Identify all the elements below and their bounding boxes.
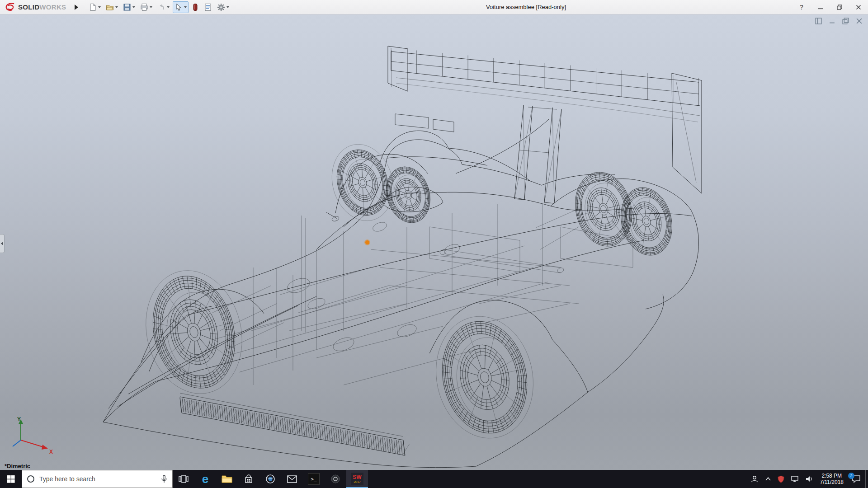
file-explorer-button[interactable] [216, 470, 238, 488]
dropdown-caret[interactable] [150, 6, 152, 8]
orientation-triad: Y X [6, 416, 56, 457]
show-desktop-button[interactable] [865, 470, 868, 488]
dropdown-caret[interactable] [184, 6, 187, 8]
action-center-button[interactable]: 2 [847, 470, 865, 488]
print-button[interactable] [138, 1, 154, 13]
save-icon [123, 3, 131, 11]
selection-point-marker[interactable] [365, 240, 369, 244]
speaker-icon [805, 475, 813, 483]
task-view-button[interactable] [173, 470, 194, 488]
x-axis-arrow [42, 445, 48, 450]
dropdown-caret[interactable] [98, 6, 101, 8]
clock-time: 2:58 PM [820, 473, 844, 479]
network-icon [791, 475, 799, 483]
minimize-button[interactable] [816, 3, 825, 11]
doc-minimize-icon[interactable] [829, 18, 835, 24]
system-tray: 2:58 PM 7/11/2018 2 [747, 470, 868, 488]
store-bag-icon [244, 474, 253, 483]
title-bar: SOLIDWORKS [0, 0, 868, 14]
cortana-circle-icon [27, 475, 35, 483]
browser-app-button[interactable] [259, 470, 281, 488]
microphone-icon[interactable] [160, 475, 168, 483]
open-folder-icon [106, 3, 114, 11]
start-button[interactable] [0, 470, 22, 488]
close-button[interactable] [854, 3, 863, 11]
taskbar-clock[interactable]: 2:58 PM 7/11/2018 [816, 473, 848, 485]
network-tray-button[interactable] [788, 470, 802, 488]
settings-app-button[interactable] [325, 470, 346, 488]
defender-shield-icon [778, 475, 784, 483]
windows-taskbar: e [0, 470, 868, 488]
doc-close-icon[interactable] [856, 18, 863, 24]
wireframe-car-model[interactable] [0, 14, 868, 470]
toolbar-flyout-button[interactable] [72, 2, 80, 12]
defender-tray-button[interactable] [774, 470, 788, 488]
terminal-icon: >_ [308, 473, 320, 485]
dropdown-caret[interactable] [167, 6, 170, 8]
windows-logo-icon [7, 475, 15, 483]
dark-app-icon [330, 474, 340, 484]
volume-tray-button[interactable] [802, 470, 816, 488]
window-controls: ? [797, 0, 863, 14]
taskbar-search-box[interactable] [22, 470, 173, 488]
file-explorer-icon [222, 474, 232, 483]
sheet-options-button[interactable] [202, 1, 214, 13]
dropdown-caret[interactable] [226, 6, 229, 8]
solidworks-2017-icon: SW 2017 [351, 473, 363, 485]
undo-button[interactable] [156, 1, 171, 13]
window-title: Voiture assemblee [Read-only] [486, 4, 566, 10]
graphics-area[interactable]: Y X *Dimetric [0, 14, 868, 470]
doc-restore-icon[interactable] [842, 18, 849, 24]
flyout-arrow-icon [75, 5, 78, 10]
print-icon [140, 3, 148, 11]
z-axis-arrow [13, 440, 21, 446]
people-button[interactable] [747, 470, 762, 488]
help-button[interactable]: ? [797, 3, 806, 11]
new-document-button[interactable] [87, 1, 103, 13]
document-window-controls [815, 18, 863, 24]
close-icon [856, 5, 861, 10]
clock-date: 7/11/2018 [820, 479, 844, 485]
sheet-icon [204, 3, 212, 11]
edge-app-button[interactable]: e [194, 470, 216, 488]
new-document-icon [89, 3, 97, 11]
select-cursor-icon [175, 3, 183, 11]
search-input[interactable] [39, 475, 156, 483]
appearance-icon [192, 3, 199, 11]
collapse-arrow-icon [1, 242, 3, 245]
task-view-icon [179, 474, 189, 483]
x-axis-label: X [49, 449, 53, 455]
chevron-up-icon [765, 477, 771, 481]
mail-app-button[interactable] [281, 470, 303, 488]
terminal-app-button[interactable]: >_ [303, 470, 325, 488]
minimize-icon [818, 5, 823, 10]
options-button[interactable] [215, 1, 231, 13]
brand-text: SOLIDWORKS [18, 3, 66, 11]
browser-circle-icon [265, 474, 275, 484]
solidworks-logo-icon [5, 2, 15, 12]
appearance-button[interactable] [190, 1, 201, 13]
restore-button[interactable] [835, 3, 844, 11]
y-axis-label: Y [17, 416, 21, 422]
store-app-button[interactable] [238, 470, 259, 488]
mail-envelope-icon [287, 475, 297, 483]
people-icon [750, 475, 759, 483]
tray-overflow-button[interactable] [762, 470, 774, 488]
dropdown-caret[interactable] [132, 6, 135, 8]
solidworks-app-button[interactable]: SW 2017 [346, 470, 368, 488]
edge-icon: e [202, 473, 208, 485]
select-tool-button[interactable] [173, 1, 189, 13]
solidworks-logo: SOLIDWORKS [0, 2, 70, 12]
save-button[interactable] [121, 1, 137, 13]
dropdown-caret[interactable] [115, 6, 118, 8]
open-button[interactable] [104, 1, 120, 13]
main-toolbar [87, 1, 231, 13]
solidworks-window: SOLIDWORKS [0, 0, 868, 488]
undo-icon [157, 3, 165, 11]
gear-icon [217, 3, 225, 11]
feature-panel-collapse-tab[interactable] [0, 234, 5, 253]
restore-icon [837, 5, 842, 10]
view-orientation-label: *Dimetric [5, 463, 30, 469]
pane-toggle-icon[interactable] [815, 18, 822, 24]
notification-badge: 2 [848, 473, 854, 479]
